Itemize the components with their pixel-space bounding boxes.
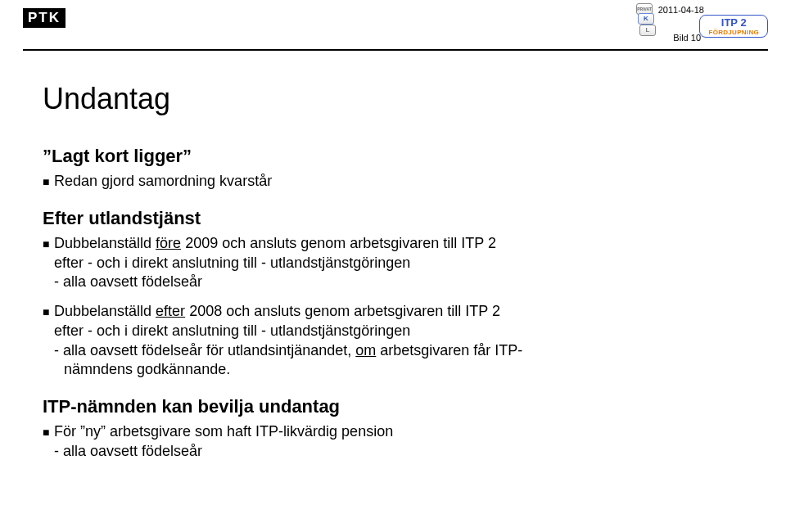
bullet-marker-icon: ■ bbox=[43, 302, 54, 380]
bullet-item: ■ För ”ny” arbetsgivare som haft ITP-lik… bbox=[43, 422, 737, 462]
bullet-item: ■ Dubbelanställd efter 2008 och ansluts … bbox=[43, 302, 737, 380]
section-itp-namnden: ITP-nämnden kan bevilja undantag ■ För ”… bbox=[43, 396, 737, 462]
bullet-text: För ”ny” arbetsgivare som haft ITP-likvä… bbox=[54, 422, 393, 462]
slide-date: 2011-04-18 bbox=[658, 5, 704, 15]
bullet-text: Dubbelanställd före 2009 och ansluts gen… bbox=[54, 234, 496, 292]
itp2-title: ITP 2 bbox=[708, 17, 759, 29]
bullet-text: Redan gjord samordning kvarstår bbox=[54, 172, 272, 192]
header-divider bbox=[23, 49, 768, 51]
bullet-marker-icon: ■ bbox=[43, 172, 54, 192]
heading-utlandstjanst: Efter utlandstjänst bbox=[43, 208, 737, 229]
slide-page: PTK PRIVAT K L 2011-04-18 Bild 10 ITP 2 … bbox=[0, 0, 786, 532]
section-utlandstjanst: Efter utlandstjänst ■ Dubbelanställd för… bbox=[43, 208, 737, 380]
itp2-subtitle: FÖRDJUPNING bbox=[708, 29, 759, 37]
heading-lagt-kort: ”Lagt kort ligger” bbox=[43, 146, 737, 167]
bullet-marker-icon: ■ bbox=[43, 422, 54, 462]
underline-text: om bbox=[355, 342, 376, 358]
bullet-marker-icon: ■ bbox=[43, 234, 54, 292]
bullet-item: ■ Redan gjord samordning kvarstår bbox=[43, 172, 737, 192]
section-lagt-kort: ”Lagt kort ligger” ■ Redan gjord samordn… bbox=[43, 146, 737, 192]
slide-content: Undantag ”Lagt kort ligger” ■ Redan gjor… bbox=[43, 82, 737, 478]
card-k: K bbox=[638, 13, 654, 25]
itp2-badge: ITP 2 FÖRDJUPNING bbox=[699, 15, 768, 38]
heading-itp-namnden: ITP-nämnden kan bevilja undantag bbox=[43, 396, 737, 417]
bullet-text: Dubbelanställd efter 2008 och ansluts ge… bbox=[54, 302, 522, 380]
slide-title: Undantag bbox=[43, 82, 737, 116]
underline-text: efter bbox=[156, 303, 185, 319]
bullet-item: ■ Dubbelanställd före 2009 och ansluts g… bbox=[43, 234, 737, 292]
slide-header: PTK PRIVAT K L 2011-04-18 Bild 10 ITP 2 … bbox=[0, 0, 786, 49]
slide-number: Bild 10 bbox=[673, 33, 701, 43]
underline-text: före bbox=[156, 235, 181, 251]
logo-ptk: PTK bbox=[23, 8, 66, 28]
card-l: L bbox=[639, 25, 656, 36]
